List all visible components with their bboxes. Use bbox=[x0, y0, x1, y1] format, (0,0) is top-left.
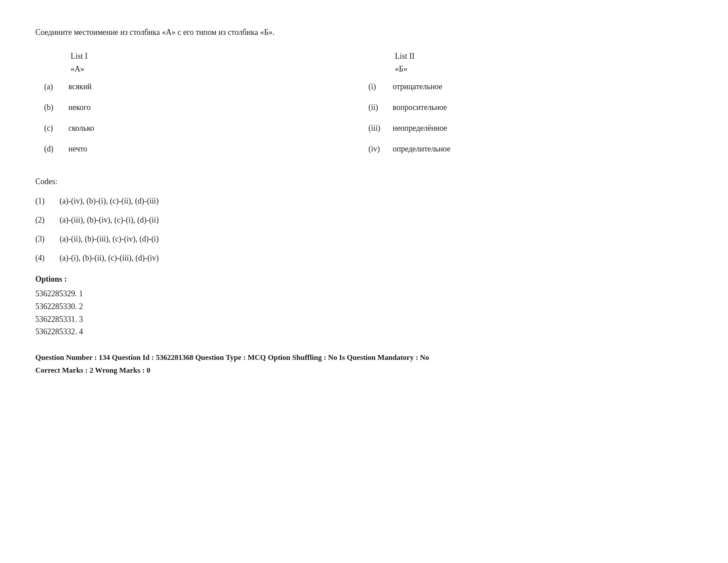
list-i-subheader: «А» bbox=[71, 64, 368, 74]
item-text-a: всякий bbox=[68, 81, 92, 93]
options-section: Options : 5362285329. 1 5362285330. 2 53… bbox=[35, 275, 693, 338]
code-text-2: (a)-(iii), (b)-(iv), (c)-(i), (d)-(ii) bbox=[60, 214, 159, 226]
option-item-2: 5362285330. 2 bbox=[35, 300, 693, 313]
list-item: (b) некого bbox=[44, 102, 368, 113]
list-item: (i) отрицательное bbox=[368, 81, 693, 93]
item-label-a: (a) bbox=[44, 81, 68, 93]
item-label-iii: (iii) bbox=[368, 122, 393, 134]
item-label-i: (i) bbox=[368, 81, 393, 93]
code-item-2: (2) (a)-(iii), (b)-(iv), (c)-(i), (d)-(i… bbox=[35, 214, 693, 226]
code-text-4: (a)-(i), (b)-(ii), (c)-(iii), (d)-(iv) bbox=[60, 252, 159, 264]
item-text-iv: определительное bbox=[393, 143, 450, 155]
codes-label: Codes: bbox=[35, 177, 693, 186]
meta-section: Question Number : 134 Question Id : 5362… bbox=[35, 351, 693, 377]
lists-container: List I «А» (a) всякий (b) некого (c) ско… bbox=[44, 52, 693, 164]
code-item-1: (1) (a)-(iv), (b)-(i), (c)-(ii), (d)-(ii… bbox=[35, 195, 693, 207]
list-i-header: List I bbox=[71, 52, 368, 61]
code-num-1: (1) bbox=[35, 195, 60, 207]
item-label-ii: (ii) bbox=[368, 102, 393, 113]
codes-section: Codes: (1) (a)-(iv), (b)-(i), (c)-(ii), … bbox=[35, 177, 693, 264]
option-item-3: 5362285331. 3 bbox=[35, 313, 693, 326]
code-text-1: (a)-(iv), (b)-(i), (c)-(ii), (d)-(iii) bbox=[60, 195, 159, 207]
list-ii-header: List II bbox=[395, 52, 693, 61]
meta-line-1: Question Number : 134 Question Id : 5362… bbox=[35, 351, 693, 364]
code-num-4: (4) bbox=[35, 252, 60, 264]
item-label-c: (c) bbox=[44, 122, 68, 134]
code-item-3: (3) (a)-(ii), (b)-(iii), (c)-(iv), (d)-(… bbox=[35, 233, 693, 245]
option-item-4: 5362285332. 4 bbox=[35, 325, 693, 338]
instruction-text: Соедините местоимение из столбика «А» с … bbox=[35, 26, 693, 38]
list-ii-section: List II «Б» (i) отрицательное (ii) вопро… bbox=[368, 52, 693, 164]
item-text-b: некого bbox=[68, 102, 90, 113]
list-i-section: List I «А» (a) всякий (b) некого (c) ско… bbox=[44, 52, 368, 164]
code-text-3: (a)-(ii), (b)-(iii), (c)-(iv), (d)-(i) bbox=[60, 233, 159, 245]
option-item-1: 5362285329. 1 bbox=[35, 287, 693, 300]
item-text-ii: вопросительное bbox=[393, 102, 447, 113]
code-item-4: (4) (a)-(i), (b)-(ii), (c)-(iii), (d)-(i… bbox=[35, 252, 693, 264]
options-label: Options : bbox=[35, 275, 693, 284]
list-ii-subheader: «Б» bbox=[395, 64, 693, 74]
item-label-b: (b) bbox=[44, 102, 68, 113]
list-item: (ii) вопросительное bbox=[368, 102, 693, 113]
item-text-c: сколько bbox=[68, 122, 94, 134]
list-item: (c) сколько bbox=[44, 122, 368, 134]
list-item: (d) нечто bbox=[44, 143, 368, 155]
item-text-i: отрицательное bbox=[393, 81, 443, 93]
item-label-iv: (iv) bbox=[368, 143, 393, 155]
list-item: (iii) неопределённое bbox=[368, 122, 693, 134]
code-num-3: (3) bbox=[35, 233, 60, 245]
list-item: (a) всякий bbox=[44, 81, 368, 93]
item-text-d: нечто bbox=[68, 143, 87, 155]
list-item: (iv) определительное bbox=[368, 143, 693, 155]
meta-line-2: Correct Marks : 2 Wrong Marks : 0 bbox=[35, 364, 693, 377]
code-num-2: (2) bbox=[35, 214, 60, 226]
item-text-iii: неопределённое bbox=[393, 122, 447, 134]
item-label-d: (d) bbox=[44, 143, 68, 155]
